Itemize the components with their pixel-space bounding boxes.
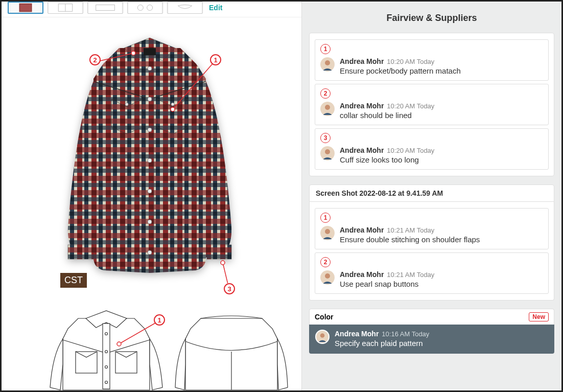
comment-timestamp: 10:20 AM Today: [387, 147, 434, 154]
svg-point-39: [105, 333, 108, 335]
comment-message: collar should be lined: [340, 111, 543, 120]
comment-number-badge: 1: [320, 213, 331, 223]
tech-annotation-marker-1[interactable]: 1: [154, 314, 165, 326]
comment-timestamp: 10:16 AM Today: [382, 330, 429, 338]
new-badge: New: [529, 312, 549, 321]
annotation-marker-2[interactable]: 2: [89, 54, 101, 65]
comment-author: Andrea Mohr: [340, 57, 384, 65]
cst-tag: CST: [60, 273, 87, 288]
avatar: [320, 146, 335, 160]
svg-point-53: [325, 229, 330, 234]
comment-message: Cuff size looks too long: [340, 155, 543, 164]
section-header-color[interactable]: Color New: [309, 309, 554, 325]
svg-point-47: [325, 60, 330, 65]
left-panel: Edit: [2, 2, 302, 390]
svg-point-57: [320, 333, 325, 338]
avatar: [320, 102, 335, 116]
comment-number-badge: 1: [320, 44, 331, 54]
svg-point-40: [105, 351, 108, 353]
svg-point-51: [325, 149, 330, 154]
svg-rect-18: [146, 56, 154, 270]
svg-rect-29: [207, 245, 231, 259]
tech-drawing-area: 1: [48, 303, 293, 390]
avatar: [320, 226, 335, 240]
svg-rect-37: [76, 352, 97, 373]
comment-card[interactable]: 2 Andrea Mohr10:20 AM Today collar shoul…: [315, 84, 549, 125]
svg-point-22: [148, 158, 152, 163]
svg-rect-2: [20, 4, 31, 11]
comment-message: Ensure double stitching on shoulder flap…: [340, 235, 543, 244]
svg-point-26: [125, 103, 128, 106]
svg-rect-28: [68, 245, 93, 259]
thumbnail-3[interactable]: [87, 2, 123, 14]
comment-number-badge: 2: [320, 88, 331, 99]
section-header-label: Color: [315, 313, 334, 321]
svg-point-24: [148, 220, 152, 224]
svg-point-41: [105, 366, 108, 368]
comment-message: Use pearl snap buttons: [340, 280, 543, 288]
comment-timestamp: 10:21 AM Today: [387, 226, 434, 234]
comment-card[interactable]: 1 Andrea Mohr10:21 AM Today Ensure doubl…: [315, 208, 549, 249]
product-image[interactable]: [63, 33, 237, 278]
comment-author: Andrea Mohr: [340, 270, 384, 279]
main-image-area: 1 2 3 CST: [2, 17, 301, 283]
svg-rect-6: [129, 2, 161, 13]
comment-message: Specify each plaid pattern: [335, 339, 548, 348]
section-header-screenshot[interactable]: Screen Shot 2022-08-12 at 9.41.59 AM: [309, 185, 554, 202]
thumbnail-2[interactable]: [48, 2, 83, 14]
svg-point-23: [148, 189, 152, 193]
thumbnail-4[interactable]: [127, 2, 163, 14]
svg-rect-38: [115, 352, 137, 373]
avatar: [320, 57, 335, 72]
section-header-label: Screen Shot 2022-08-12 at 9.41.59 AM: [316, 189, 443, 197]
comment-number-badge: 3: [320, 133, 331, 143]
svg-point-19: [148, 66, 152, 71]
comment-author: Andrea Mohr: [340, 102, 384, 110]
comment-author: Andrea Mohr: [340, 226, 384, 234]
annotation-marker-1[interactable]: 1: [210, 54, 221, 65]
comment-group-1: 1 Andrea Mohr10:20 AM Today Ensure pocke…: [309, 33, 554, 176]
comment-card[interactable]: 1 Andrea Mohr10:20 AM Today Ensure pocke…: [315, 39, 549, 81]
svg-point-55: [325, 273, 330, 279]
thumbnail-row: Edit: [2, 2, 301, 17]
annotation-marker-3[interactable]: 3: [224, 283, 235, 294]
svg-point-49: [325, 105, 330, 110]
comment-group-2: 1 Andrea Mohr10:21 AM Today Ensure doubl…: [309, 202, 554, 301]
comment-timestamp: 10:20 AM Today: [387, 102, 434, 110]
svg-rect-4: [89, 2, 122, 13]
comment-card[interactable]: 2 Andrea Mohr10:21 AM Today Use pearl sn…: [315, 252, 549, 294]
svg-point-21: [148, 128, 152, 132]
comment-timestamp: 10:20 AM Today: [387, 58, 434, 65]
avatar: [320, 270, 335, 285]
comment-card[interactable]: 3 Andrea Mohr10:20 AM Today Cuff size lo…: [315, 128, 549, 170]
comments-panel: Fairview & Suppliers 1 Andrea Mohr10:20 …: [302, 2, 561, 390]
avatar: [315, 330, 330, 344]
color-section: Color New Andrea Mohr10:16 AM Today Spec…: [309, 309, 554, 354]
svg-point-42: [105, 381, 108, 384]
comment-message: Ensure pocket/body pattern matach: [340, 66, 543, 75]
svg-point-25: [148, 250, 152, 255]
svg-point-27: [171, 103, 174, 106]
comment-number-badge: 2: [320, 257, 331, 267]
comment-author: Andrea Mohr: [340, 146, 384, 154]
thumbnail-1[interactable]: [8, 2, 43, 14]
color-comment-card[interactable]: Andrea Mohr10:16 AM Today Specify each p…: [309, 325, 554, 354]
thumbnail-5[interactable]: [167, 2, 203, 14]
comment-author: Andrea Mohr: [335, 330, 379, 338]
edit-link[interactable]: Edit: [209, 4, 222, 12]
svg-rect-17: [144, 48, 156, 55]
comment-timestamp: 10:21 AM Today: [387, 271, 434, 279]
panel-title: Fairview & Suppliers: [302, 2, 561, 33]
svg-point-20: [148, 97, 152, 101]
svg-rect-9: [169, 2, 201, 13]
